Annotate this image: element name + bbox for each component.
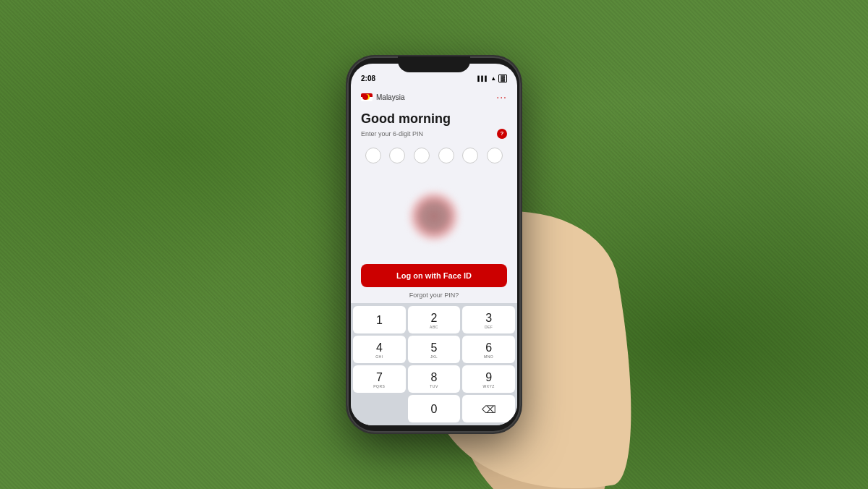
key-7[interactable]: 7 PQRS <box>353 365 406 393</box>
face-id-area <box>351 169 517 264</box>
key-0-number: 0 <box>431 404 438 415</box>
face-id-button[interactable]: Log on with Face ID <box>361 264 507 287</box>
key-8[interactable]: 8 TUV <box>408 365 461 393</box>
key-2-letters: ABC <box>430 325 438 329</box>
malaysia-flag-icon <box>361 93 373 101</box>
key-backspace[interactable]: ⌫ <box>462 395 515 422</box>
status-icons: ▌▌▌ ▲ ▓ <box>477 75 507 82</box>
app-header: Malaysia ··· <box>351 87 517 106</box>
pin-dot-3 <box>414 148 430 163</box>
pin-dot-5 <box>462 148 478 163</box>
key-4-number: 4 <box>376 342 383 354</box>
app-content: Malaysia ··· Good morning Enter your 6-d… <box>351 87 517 425</box>
key-8-letters: TUV <box>430 384 438 388</box>
pin-dot-6 <box>487 148 503 163</box>
greeting-section: Good morning Enter your 6-digit PIN ? <box>351 106 517 142</box>
key-8-number: 8 <box>431 372 438 383</box>
greeting-subtitle: Enter your 6-digit PIN ? <box>361 129 507 139</box>
keypad: 1 2 ABC 3 DEF 4 GHI <box>351 303 517 425</box>
pin-dot-4 <box>438 148 454 163</box>
key-3-number: 3 <box>485 312 492 324</box>
key-9-number: 9 <box>485 372 492 383</box>
phone-notch <box>398 56 470 72</box>
key-9[interactable]: 9 WXYZ <box>462 365 515 393</box>
key-3[interactable]: 3 DEF <box>462 306 515 333</box>
key-9-letters: WXYZ <box>482 384 494 388</box>
wifi-icon: ▲ <box>490 75 496 82</box>
phone-screen: 2:08 ▌▌▌ ▲ ▓ Malaysia ··· <box>351 64 517 425</box>
pin-dot-2 <box>389 148 405 163</box>
key-4[interactable]: 4 GHI <box>353 336 406 363</box>
key-7-letters: PQRS <box>373 384 385 388</box>
pin-section <box>351 142 517 169</box>
greeting-subtitle-text: Enter your 6-digit PIN <box>361 130 423 137</box>
key-1-number: 1 <box>376 315 383 326</box>
key-1[interactable]: 1 <box>353 306 406 333</box>
phone-frame: 2:08 ▌▌▌ ▲ ▓ Malaysia ··· <box>347 56 521 433</box>
key-5-letters: JKL <box>430 354 438 359</box>
signal-icon: ▌▌▌ <box>477 76 488 81</box>
key-6-letters: MNO <box>484 354 493 359</box>
backspace-icon: ⌫ <box>482 404 496 415</box>
key-2[interactable]: 2 ABC <box>408 306 461 333</box>
menu-dots[interactable]: ··· <box>496 91 507 103</box>
phone-scene: 2:08 ▌▌▌ ▲ ▓ Malaysia ··· <box>282 20 586 469</box>
status-time: 2:08 <box>361 75 375 82</box>
header-left: Malaysia <box>361 93 404 101</box>
key-5[interactable]: 5 JKL <box>408 336 461 363</box>
key-empty <box>353 395 406 422</box>
face-id-graphic <box>409 191 459 242</box>
key-6-number: 6 <box>485 342 492 354</box>
forgot-pin[interactable]: Forgot your PIN? <box>351 292 517 299</box>
face-id-inner <box>420 202 448 231</box>
key-3-letters: DEF <box>485 325 493 329</box>
key-6[interactable]: 6 MNO <box>462 336 515 363</box>
help-icon[interactable]: ? <box>497 129 507 139</box>
country-name: Malaysia <box>376 93 404 101</box>
battery-icon: ▓ <box>498 75 507 82</box>
key-0[interactable]: 0 <box>408 395 461 422</box>
pin-dot-1 <box>365 148 381 163</box>
key-7-number: 7 <box>376 372 383 383</box>
greeting-title: Good morning <box>361 111 507 127</box>
key-4-letters: GHI <box>375 354 383 359</box>
key-5-number: 5 <box>431 342 438 354</box>
key-2-number: 2 <box>431 312 438 324</box>
flag-crescent <box>362 94 368 100</box>
